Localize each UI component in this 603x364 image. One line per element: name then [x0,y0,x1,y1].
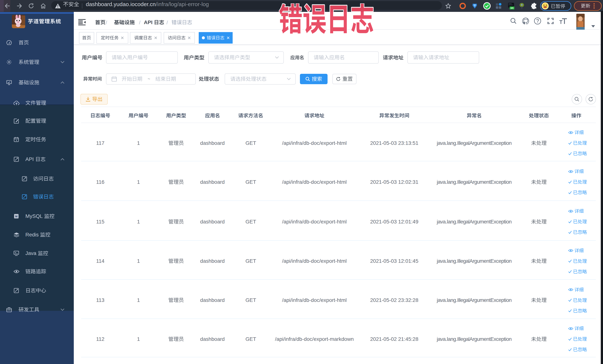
svg-text:on: on [510,7,513,9]
svg-text:M: M [15,215,18,218]
